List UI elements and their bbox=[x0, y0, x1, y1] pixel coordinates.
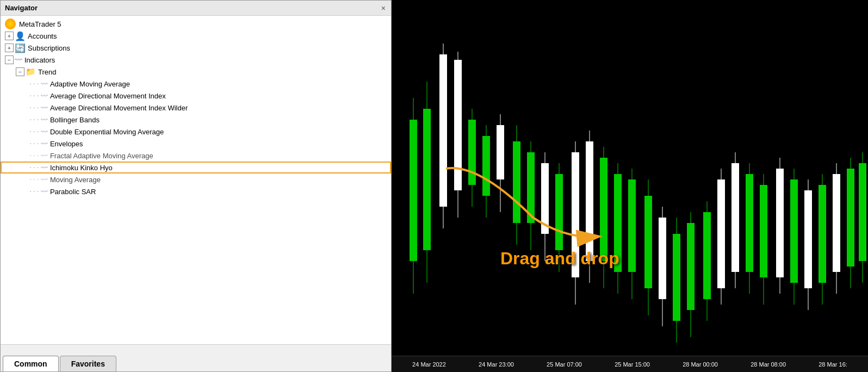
accounts-label: Accounts bbox=[28, 32, 57, 40]
time-label-1: 24 Mar 2022 bbox=[412, 361, 446, 368]
svg-rect-20 bbox=[541, 163, 549, 234]
tree-line-ma: ··· bbox=[29, 176, 40, 183]
chart-time-axis: 24 Mar 2022 24 Mar 23:00 25 Mar 07:00 25… bbox=[392, 356, 868, 372]
tree-line-ama: ··· bbox=[29, 80, 40, 88]
ichimoku-label: Ichimoku Kinko Hyo bbox=[50, 164, 113, 172]
accounts-icon: 👤 bbox=[15, 31, 26, 41]
tree-item-frama[interactable]: ··· 〰 Fractal Adaptive Moving Average bbox=[1, 150, 391, 162]
svg-rect-48 bbox=[746, 174, 753, 272]
tree-line-dema: ··· bbox=[29, 128, 40, 135]
expand-trend-btn[interactable]: − bbox=[16, 67, 24, 76]
tree-item-trend[interactable]: − 📁 Trend bbox=[1, 66, 391, 78]
expand-subscriptions-btn[interactable]: + bbox=[5, 44, 14, 52]
svg-rect-8 bbox=[454, 60, 462, 190]
indicators-label: Indicators bbox=[24, 56, 55, 64]
svg-rect-40 bbox=[687, 223, 695, 310]
indicators-icon: 〰 bbox=[15, 55, 22, 64]
svg-rect-56 bbox=[804, 190, 812, 288]
psar-label: Parabolic SAR bbox=[50, 188, 96, 196]
tree-item-admiw[interactable]: ··· 〰 Average Directional Movement Index… bbox=[1, 102, 391, 114]
tree-line-frama: ··· bbox=[29, 152, 40, 159]
svg-rect-64 bbox=[859, 163, 866, 261]
subscriptions-icon: 🔄 bbox=[15, 43, 26, 53]
tree-line-psar: ··· bbox=[29, 188, 40, 195]
bb-indicator-icon: 〰 bbox=[41, 116, 48, 124]
time-labels-container: 24 Mar 2022 24 Mar 23:00 25 Mar 07:00 25… bbox=[396, 361, 864, 368]
ama-indicator-icon: 〰 bbox=[41, 80, 48, 88]
tree-item-dema[interactable]: ··· 〰 Double Exponential Moving Average bbox=[1, 126, 391, 138]
svg-rect-44 bbox=[717, 179, 725, 288]
navigator-tabs: Common Favorites bbox=[1, 344, 391, 371]
svg-rect-28 bbox=[600, 158, 607, 261]
svg-rect-42 bbox=[703, 212, 711, 299]
tree-root-item[interactable]: MetaTrader 5 bbox=[1, 18, 391, 30]
time-label-3: 25 Mar 07:00 bbox=[547, 361, 582, 368]
admiw-indicator-icon: 〰 bbox=[41, 104, 48, 112]
dema-indicator-icon: 〰 bbox=[41, 128, 48, 136]
frama-indicator-icon: 〰 bbox=[41, 152, 48, 160]
expand-accounts-btn[interactable]: + bbox=[5, 32, 14, 40]
admi-label: Average Directional Movement Index bbox=[50, 92, 166, 100]
tree-item-ama[interactable]: ··· 〰 Adaptive Moving Average bbox=[1, 78, 391, 90]
tree-item-indicators[interactable]: − 〰 Indicators bbox=[1, 54, 391, 66]
ama-label: Adaptive Moving Average bbox=[50, 80, 130, 88]
tree-line-envelopes: ··· bbox=[29, 140, 40, 147]
svg-rect-4 bbox=[423, 109, 431, 250]
svg-rect-36 bbox=[659, 218, 666, 299]
svg-rect-52 bbox=[776, 169, 784, 277]
tree-item-bb[interactable]: ··· 〰 Bollinger Bands bbox=[1, 114, 391, 126]
tree-line-admi: ··· bbox=[29, 92, 40, 100]
svg-rect-58 bbox=[819, 185, 826, 283]
tab-common[interactable]: Common bbox=[3, 356, 59, 371]
time-label-2: 24 Mar 23:00 bbox=[479, 361, 514, 368]
navigator-tree: MetaTrader 5 + 👤 Accounts + 🔄 Subscripti… bbox=[1, 16, 391, 344]
navigator-close-button[interactable]: × bbox=[380, 4, 387, 13]
svg-rect-0 bbox=[392, 0, 868, 356]
tree-scroll[interactable]: MetaTrader 5 + 👤 Accounts + 🔄 Subscripti… bbox=[1, 16, 391, 344]
tree-item-envelopes[interactable]: ··· 〰 Envelopes bbox=[1, 138, 391, 150]
ma-indicator-icon: 〰 bbox=[41, 176, 48, 184]
psar-indicator-icon: 〰 bbox=[41, 188, 48, 196]
time-label-5: 28 Mar 00:00 bbox=[683, 361, 718, 368]
svg-rect-12 bbox=[482, 136, 490, 196]
tree-line-admiw: ··· bbox=[29, 104, 40, 111]
svg-rect-50 bbox=[760, 185, 767, 277]
trend-folder-icon: 📁 bbox=[26, 67, 36, 77]
time-label-4: 25 Mar 15:00 bbox=[615, 361, 650, 368]
navigator-panel: Navigator × MetaTrader 5 + 👤 Accounts + … bbox=[0, 0, 392, 372]
tab-favorites[interactable]: Favorites bbox=[60, 356, 116, 371]
candlestick-chart bbox=[392, 0, 868, 356]
svg-rect-60 bbox=[833, 174, 840, 272]
tree-item-ma[interactable]: ··· 〰 Moving Average bbox=[1, 173, 391, 185]
bb-label: Bollinger Bands bbox=[50, 116, 100, 124]
svg-rect-34 bbox=[644, 196, 652, 288]
envelopes-label: Envelopes bbox=[50, 140, 83, 148]
svg-rect-14 bbox=[497, 125, 504, 179]
envelopes-indicator-icon: 〰 bbox=[41, 140, 48, 148]
navigator-titlebar: Navigator × bbox=[1, 1, 391, 16]
svg-rect-54 bbox=[790, 179, 798, 283]
svg-rect-26 bbox=[586, 141, 593, 261]
tree-item-subscriptions[interactable]: + 🔄 Subscriptions bbox=[1, 42, 391, 54]
time-label-7: 28 Mar 16: bbox=[819, 361, 847, 368]
ma-label: Moving Average bbox=[50, 176, 101, 184]
tree-item-ichimoku[interactable]: ··· 〰 Ichimoku Kinko Hyo bbox=[1, 162, 391, 173]
svg-rect-38 bbox=[673, 234, 680, 321]
ichimoku-indicator-icon: 〰 bbox=[41, 164, 48, 172]
svg-rect-22 bbox=[555, 174, 563, 250]
frama-label: Fractal Adaptive Moving Average bbox=[50, 152, 153, 160]
tree-item-admi[interactable]: ··· 〰 Average Directional Movement Index bbox=[1, 90, 391, 102]
tree-root-label: MetaTrader 5 bbox=[19, 20, 61, 28]
navigator-title: Navigator bbox=[5, 4, 38, 12]
tree-item-psar[interactable]: ··· 〰 Parabolic SAR bbox=[1, 185, 391, 197]
chart-canvas: Drag and drop bbox=[392, 0, 868, 356]
expand-indicators-btn[interactable]: − bbox=[5, 55, 14, 64]
subscriptions-label: Subscriptions bbox=[28, 44, 70, 52]
tree-line-bb: ··· bbox=[29, 116, 40, 123]
svg-rect-46 bbox=[731, 163, 739, 272]
time-label-6: 28 Mar 08:00 bbox=[751, 361, 786, 368]
tree-item-accounts[interactable]: + 👤 Accounts bbox=[1, 30, 391, 42]
svg-rect-10 bbox=[468, 120, 476, 185]
metatrader-icon bbox=[5, 18, 16, 29]
dema-label: Double Exponential Moving Average bbox=[50, 128, 164, 136]
